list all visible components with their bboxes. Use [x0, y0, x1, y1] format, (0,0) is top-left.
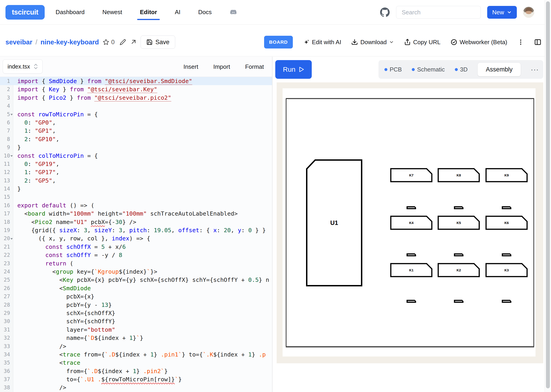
code-line-38[interactable]: 38 />	[0, 383, 272, 392]
menu-format[interactable]: Format	[245, 63, 264, 70]
editor-toolbar: index.tsx Insert Import Format	[0, 57, 272, 77]
tab-3d-label: 3D	[460, 66, 468, 73]
code-line-15[interactable]: 15	[0, 193, 272, 201]
code-line-1[interactable]: 1import { SmdDiode } from "@tsci/seveiba…	[0, 77, 272, 85]
code-line-18[interactable]: 18 <Pico2 name="U1" pcbX={-30} />	[0, 218, 272, 226]
code-line-37[interactable]: 37 to={`.U1 .${rowToMicroPin[row]}`}	[0, 375, 272, 383]
file-selector-label: index.tsx	[7, 63, 30, 70]
code-line-35[interactable]: 35 <trace	[0, 358, 272, 367]
tscircuit-logo[interactable]: tscircuit	[6, 5, 45, 20]
code-line-27[interactable]: 27 pcbX={x}	[0, 292, 272, 301]
menu-import[interactable]: Import	[213, 63, 230, 70]
new-button[interactable]: New	[487, 6, 517, 19]
star-button[interactable]: 0	[103, 39, 115, 46]
code-line-8[interactable]: 8 2: "GP10",	[0, 135, 272, 143]
save-button[interactable]: Save	[141, 35, 175, 49]
tab-pcb[interactable]: PCB	[384, 66, 402, 73]
code-line-34[interactable]: 34 <trace from={`.D${index + 1} .pin1`} …	[0, 350, 272, 358]
code-line-25[interactable]: 25 <Key pcbX={x} pcbY={y} schX={schOffX}…	[0, 276, 272, 284]
code-line-33[interactable]: 33 />	[0, 342, 272, 350]
edit-with-ai-button[interactable]: Edit with AI	[303, 39, 341, 46]
search-input[interactable]	[396, 6, 481, 19]
discord-icon[interactable]	[229, 0, 237, 24]
rename-button[interactable]	[120, 39, 126, 45]
smd-diode	[407, 253, 416, 256]
board-badge[interactable]: BOARD	[264, 36, 293, 49]
menu-insert[interactable]: Insert	[183, 63, 198, 70]
code-line-3[interactable]: 3import { Pico2 } from "@tsci/seveibar.p…	[0, 94, 272, 102]
line-number: 4	[0, 102, 13, 110]
nav-item-newest[interactable]: Newest	[102, 0, 122, 24]
code-line-12[interactable]: 12 1: "GP17",	[0, 168, 272, 176]
code-line-7[interactable]: 7 1: "GP1",	[0, 126, 272, 135]
code-line-22[interactable]: 22 const schOffY = -y / 8	[0, 251, 272, 259]
code-line-5[interactable]: 5const rowToMicroPin = {	[0, 110, 272, 118]
tab-3d[interactable]: 3D	[455, 66, 468, 73]
key-label-k6: K6	[485, 216, 528, 230]
fold-chevron-icon[interactable]	[10, 234, 13, 242]
run-button[interactable]: Run	[275, 60, 312, 79]
code-line-19[interactable]: 19 {grid({ sizeX: 3, sizeY: 3, pitch: 19…	[0, 226, 272, 234]
code-line-29[interactable]: 29 schX={schOffX}	[0, 309, 272, 317]
download-button[interactable]: Download	[351, 39, 394, 46]
breadcrumb-separator: /	[36, 38, 37, 46]
tab-assembly[interactable]: Assembly	[478, 63, 521, 76]
code-line-9[interactable]: 9}	[0, 143, 272, 151]
copy-url-button[interactable]: Copy URL	[404, 39, 440, 46]
code-line-17[interactable]: 17 <board width="100mm" height="100mm" s…	[0, 210, 272, 218]
code-line-6[interactable]: 6 0: "GP0",	[0, 118, 272, 126]
nav-item-dashboard[interactable]: Dashboard	[56, 0, 85, 24]
toggle-panel-button[interactable]	[534, 38, 541, 46]
package-titlebar: seveibar / nine-key-keyboard 0 Save BOAR…	[0, 25, 551, 56]
fold-chevron-icon[interactable]	[10, 110, 13, 118]
code-line-32[interactable]: 32 name={`D${index + 1}`}	[0, 334, 272, 342]
code-line-26[interactable]: 26 <SmdDiode	[0, 284, 272, 292]
view-tabs: PCB Schematic 3D Assembly ···	[379, 60, 543, 79]
code-line-36[interactable]: 36 from={`.D${index + 1} .pin2`}	[0, 367, 272, 375]
tabs-more-button[interactable]: ···	[531, 66, 539, 73]
page-scrollbar[interactable]	[545, 0, 551, 392]
code-line-31[interactable]: 31 layer="bottom"	[0, 326, 272, 334]
line-number: 17	[0, 210, 13, 218]
scrollbar-thumb[interactable]	[546, 1, 550, 388]
smd-diode	[407, 300, 416, 303]
code-line-21[interactable]: 21 const schOffX = 5 + x/6	[0, 243, 272, 251]
line-number: 6	[0, 118, 13, 126]
webworker-toggle[interactable]: Webworker (Beta)	[451, 39, 507, 46]
line-number: 35	[0, 358, 13, 367]
tab-pcb-label: PCB	[390, 66, 402, 73]
nav-item-docs[interactable]: Docs	[198, 0, 212, 24]
code-line-30[interactable]: 30 schY={schOffY}	[0, 317, 272, 325]
breadcrumb-package[interactable]: nine-key-keyboard	[41, 38, 99, 46]
github-icon[interactable]	[380, 7, 390, 17]
chevron-down-icon	[507, 10, 512, 15]
tab-schematic[interactable]: Schematic	[412, 66, 444, 73]
file-selector[interactable]: index.tsx	[3, 59, 43, 74]
line-number: 7	[0, 126, 13, 135]
user-avatar[interactable]	[523, 7, 534, 18]
more-options-button[interactable]	[517, 39, 524, 46]
code-line-14[interactable]: 14}	[0, 185, 272, 193]
code-area[interactable]: 1import { SmdDiode } from "@tsci/seveiba…	[0, 77, 272, 392]
fold-chevron-icon[interactable]	[10, 152, 13, 160]
save-button-label: Save	[155, 39, 170, 46]
code-line-24[interactable]: 24 <group key={`Kgroup${index}`}>	[0, 267, 272, 276]
code-line-10[interactable]: 10const colToMicroPin = {	[0, 152, 272, 160]
code-line-2[interactable]: 2import { Key } from "@tsci/seveibar.Key…	[0, 85, 272, 93]
assembly-canvas[interactable]: U1 K7K8K9K4K5K6K1K2K3	[277, 82, 543, 363]
code-line-16[interactable]: 16export default () => (	[0, 201, 272, 210]
line-number: 16	[0, 201, 13, 210]
code-line-20[interactable]: 20 ({ x, y, row, col }, index) => {	[0, 234, 272, 242]
open-in-new-button[interactable]	[130, 39, 136, 45]
nav-item-editor[interactable]: Editor	[140, 0, 157, 24]
code-line-11[interactable]: 11 0: "GP19",	[0, 160, 272, 168]
code-line-13[interactable]: 13 2: "GP5",	[0, 176, 272, 185]
circuit-preview-panel: Run PCB Schematic 3D Assembly ··· U1 K7K…	[273, 57, 545, 392]
code-line-23[interactable]: 23 return (	[0, 259, 272, 267]
copy-url-label: Copy URL	[413, 39, 440, 46]
code-line-4[interactable]: 4	[0, 102, 272, 110]
breadcrumb-owner[interactable]: seveibar	[6, 38, 32, 46]
nav-item-ai[interactable]: AI	[175, 0, 180, 24]
code-line-28[interactable]: 28 pcbY={y - 13}	[0, 301, 272, 309]
line-number: 21	[0, 243, 13, 251]
